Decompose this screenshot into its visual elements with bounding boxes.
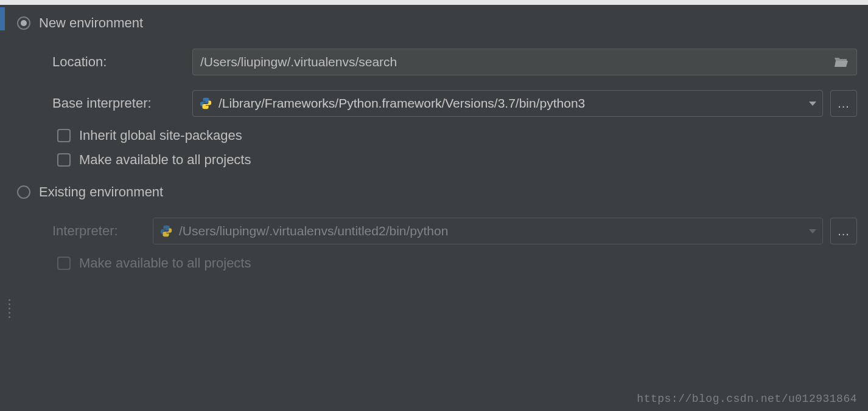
chevron-down-icon — [809, 102, 816, 106]
interpreter-row: Interpreter: /Users/liupingw/.virtualenv… — [52, 218, 857, 244]
existing-environment-label: Existing environment — [39, 184, 163, 200]
python-icon — [199, 97, 212, 110]
make-available-existing-row: Make available to all projects — [57, 255, 857, 271]
base-interpreter-combo[interactable]: /Library/Frameworks/Python.framework/Ver… — [192, 90, 823, 117]
location-value: /Users/liupingw/.virtualenvs/search — [200, 55, 828, 69]
interpreter-browse-button[interactable]: ... — [830, 218, 857, 244]
existing-environment-radio[interactable] — [17, 185, 30, 199]
base-interpreter-row: Base interpreter: /Library/Frameworks/Py… — [52, 90, 857, 117]
interpreter-combo: /Users/liupingw/.virtualenvs/untitled2/b… — [153, 218, 823, 244]
location-row: Location: /Users/liupingw/.virtualenvs/s… — [52, 49, 857, 75]
interpreter-label: Interpreter: — [52, 223, 153, 239]
existing-environment-row: Existing environment — [17, 181, 857, 203]
make-available-new-label: Make available to all projects — [79, 152, 251, 168]
chevron-down-icon — [809, 229, 816, 233]
window-titlebar — [0, 0, 868, 5]
interpreter-value: /Users/liupingw/.virtualenvs/untitled2/b… — [179, 224, 803, 238]
new-environment-label: New environment — [39, 15, 143, 31]
location-label: Location: — [52, 54, 192, 70]
inherit-label: Inherit global site-packages — [79, 128, 242, 143]
new-environment-row: New environment — [17, 12, 857, 34]
python-icon — [159, 224, 173, 238]
base-interpreter-label: Base interpreter: — [52, 95, 192, 111]
make-available-new-row: Make available to all projects — [57, 152, 857, 168]
resize-grip-icon[interactable] — [9, 299, 10, 318]
folder-open-icon[interactable] — [833, 56, 849, 68]
inherit-checkbox-row: Inherit global site-packages — [57, 128, 857, 143]
dialog-content: New environment Location: /Users/liuping… — [0, 5, 868, 271]
make-available-existing-label: Make available to all projects — [79, 255, 251, 271]
inherit-checkbox[interactable] — [57, 129, 71, 142]
make-available-new-checkbox[interactable] — [57, 153, 71, 167]
watermark-text: https://blog.csdn.net/u012931864 — [637, 393, 857, 405]
selected-tab-indicator — [0, 7, 5, 30]
make-available-existing-checkbox — [57, 257, 71, 270]
base-interpreter-value: /Library/Frameworks/Python.framework/Ver… — [219, 96, 803, 111]
base-interpreter-browse-button[interactable]: ... — [830, 90, 857, 117]
new-environment-radio[interactable] — [17, 16, 30, 30]
location-input[interactable]: /Users/liupingw/.virtualenvs/search — [192, 49, 857, 75]
